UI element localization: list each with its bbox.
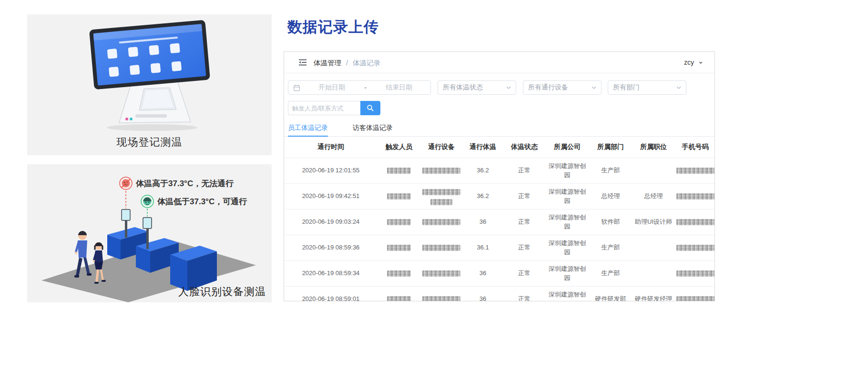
redacted-text xyxy=(422,296,460,301)
cell-status: 正常 xyxy=(503,158,545,183)
redacted-text xyxy=(387,245,411,251)
cell-device xyxy=(420,235,462,260)
redacted-text xyxy=(422,219,460,225)
redacted-text xyxy=(387,193,411,199)
date-start-input[interactable]: 开始日期 xyxy=(300,83,363,92)
cell-company: 深圳建源智创园 xyxy=(545,260,589,286)
redacted-text xyxy=(676,270,715,277)
caret-down-icon xyxy=(699,62,703,64)
cell-phone xyxy=(675,183,715,209)
redacted-text xyxy=(676,193,715,199)
tabs-bar: 员工体温记录 访客体温记录 xyxy=(284,122,715,137)
pos-device-image xyxy=(64,19,235,133)
temperature-table-body: 2020-06-19 12:01:5536.2正常深圳建源智创园生产部2020-… xyxy=(284,158,715,301)
redacted-text xyxy=(387,270,411,277)
cell-status: 正常 xyxy=(503,209,545,235)
cell-phone xyxy=(675,158,715,183)
onsite-panel: 现场登记测温 xyxy=(27,14,272,155)
redacted-text xyxy=(430,199,452,205)
column-header-department: 所属部门 xyxy=(589,137,632,158)
column-header-device: 通行设备 xyxy=(420,137,462,158)
cell-phone xyxy=(675,260,715,286)
cell-time: 2020-06-19 08:59:36 xyxy=(284,235,378,260)
table-row[interactable]: 2020-06-19 09:42:5136.2正常深圳建源智创园总经理总经理 xyxy=(284,183,715,209)
date-end-input[interactable]: 结束日期 xyxy=(368,83,430,92)
breadcrumb: 体温管理 / 体温记录 xyxy=(314,59,380,68)
table-row[interactable]: 2020-06-19 08:59:0136正常深圳建源智创园硬件研发部硬件研发经… xyxy=(284,286,715,301)
face-panel: 体温高于37.3°C，无法通行 体温低于37.3°C，可通行 人脸识别设备测温 xyxy=(27,164,272,302)
cell-temp: 36.2 xyxy=(462,183,503,209)
cell-temp: 36.2 xyxy=(462,158,503,183)
cell-time: 2020-06-19 12:01:55 xyxy=(284,158,378,183)
breadcrumb-separator: / xyxy=(346,59,348,67)
chevron-down-icon xyxy=(676,86,681,89)
date-separator: - xyxy=(363,84,368,91)
cell-position xyxy=(632,260,675,286)
department-select-value: 所有部门 xyxy=(613,83,676,92)
cell-person xyxy=(378,260,420,286)
column-header-company: 所属公司 xyxy=(545,137,589,158)
search-icon xyxy=(367,104,374,112)
cell-status: 正常 xyxy=(503,260,545,286)
allow-face-icon xyxy=(141,195,153,208)
cell-department: 总经理 xyxy=(589,183,632,209)
cell-phone xyxy=(675,209,715,235)
user-menu[interactable]: zcy xyxy=(684,59,703,66)
cell-device xyxy=(420,209,462,235)
table-row[interactable]: 2020-06-19 09:03:2436正常深圳建源智创园软件部助理UI设计师 xyxy=(284,209,715,235)
column-header-phone: 手机号码 xyxy=(675,137,715,158)
status-select[interactable]: 所有体温状态 xyxy=(438,80,516,95)
cell-company: 深圳建源智创园 xyxy=(545,286,589,301)
cell-person xyxy=(378,183,420,209)
column-header-person: 触发人员 xyxy=(378,137,420,158)
cell-department: 软件部 xyxy=(589,209,632,235)
redacted-text xyxy=(387,219,411,225)
table-header-row: 通行时间 触发人员 通行设备 通行体温 体温状态 所属公司 所属部门 所属职位 … xyxy=(284,137,715,158)
cell-company: 深圳建源智创园 xyxy=(545,183,589,209)
cell-time: 2020-06-19 08:59:01 xyxy=(284,286,378,301)
cell-person xyxy=(378,286,420,301)
face-caption: 人脸识别设备测温 xyxy=(178,285,266,299)
column-header-temp: 通行体温 xyxy=(462,137,503,158)
card-header: 体温管理 / 体温记录 zcy xyxy=(284,52,715,73)
tab-employee-records[interactable]: 员工体温记录 xyxy=(288,124,328,137)
cell-company: 深圳建源智创园 xyxy=(545,235,589,260)
cell-department: 生产部 xyxy=(589,158,632,183)
cell-status: 正常 xyxy=(503,235,545,260)
redacted-text xyxy=(387,168,411,174)
search-button[interactable] xyxy=(360,101,380,115)
cell-temp: 36 xyxy=(462,260,503,286)
status-select-value: 所有体温状态 xyxy=(443,83,506,92)
cell-department: 生产部 xyxy=(589,260,632,286)
cell-time: 2020-06-19 09:42:51 xyxy=(284,183,378,209)
cell-company: 深圳建源智创园 xyxy=(545,158,589,183)
cell-device xyxy=(420,260,462,286)
temperature-table: 通行时间 触发人员 通行设备 通行体温 体温状态 所属公司 所属部门 所属职位 … xyxy=(284,137,715,301)
department-select[interactable]: 所有部门 xyxy=(608,80,686,95)
cell-company: 深圳建源智创园 xyxy=(545,209,589,235)
table-row[interactable]: 2020-06-19 08:59:3436正常深圳建源智创园生产部 xyxy=(284,260,715,286)
search-input[interactable] xyxy=(288,101,360,115)
chevron-down-icon xyxy=(506,86,511,89)
cell-phone xyxy=(675,235,715,260)
cell-device xyxy=(420,286,462,301)
cell-department: 硬件研发部 xyxy=(589,286,632,301)
allow-annotation: 体温低于37.3°C，可通行 xyxy=(157,196,247,207)
cell-status: 正常 xyxy=(503,183,545,209)
cell-phone xyxy=(675,286,715,301)
table-row[interactable]: 2020-06-19 08:59:3636.1正常深圳建源智创园生产部 xyxy=(284,235,715,260)
cell-person xyxy=(378,235,420,260)
cell-time: 2020-06-19 08:59:34 xyxy=(284,260,378,286)
device-select[interactable]: 所有通行设备 xyxy=(523,80,602,95)
calendar-icon xyxy=(293,84,300,91)
date-range-picker[interactable]: 开始日期 - 结束日期 xyxy=(288,80,431,95)
breadcrumb-root[interactable]: 体温管理 xyxy=(314,59,341,67)
column-header-time: 通行时间 xyxy=(284,137,378,158)
device-select-value: 所有通行设备 xyxy=(528,83,592,92)
table-row[interactable]: 2020-06-19 12:01:5536.2正常深圳建源智创园生产部 xyxy=(284,158,715,183)
pos-device-illustration xyxy=(27,19,272,135)
deny-annotation: 体温高于37.3°C，无法通行 xyxy=(136,178,234,189)
redacted-text xyxy=(676,296,715,301)
tab-visitor-records[interactable]: 访客体温记录 xyxy=(353,124,393,137)
menu-collapse-icon[interactable] xyxy=(298,59,307,66)
